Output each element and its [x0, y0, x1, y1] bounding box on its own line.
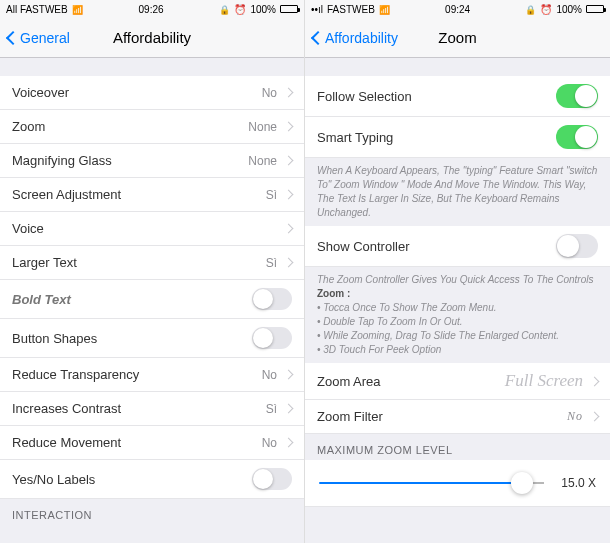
row-voice[interactable]: Voice: [0, 212, 304, 246]
row-show-controller[interactable]: Show Controller: [305, 226, 610, 267]
row-screen-adjustment[interactable]: Screen Adjustment Sì: [0, 178, 304, 212]
chevron-right-icon: [590, 376, 600, 386]
row-follow-selection[interactable]: Follow Selection: [305, 76, 610, 117]
chevron-right-icon: [284, 370, 294, 380]
nav-bar: Affordability Zoom: [305, 18, 610, 58]
row-value: None: [248, 120, 277, 134]
row-label: Voice: [12, 221, 281, 236]
row-label: Button Shapes: [12, 331, 252, 346]
toggle-smart-typing[interactable]: [556, 125, 598, 149]
back-button[interactable]: Affordability: [313, 30, 398, 46]
row-label: Smart Typing: [317, 130, 556, 145]
hint-lead: The Zoom Controller Gives You Quick Acce…: [317, 273, 598, 287]
row-label: Bold Text: [12, 292, 252, 307]
battery-icon: [280, 5, 298, 13]
chevron-right-icon: [284, 438, 294, 448]
row-label: Reduce Transparency: [12, 367, 262, 382]
section-header-interaction: INTERACTION: [0, 499, 304, 525]
status-bar: All FASTWEB 09:26 ⏰ 100%: [0, 0, 304, 18]
row-label: Zoom: [12, 119, 248, 134]
row-label: Larger Text: [12, 255, 266, 270]
back-label: General: [20, 30, 70, 46]
alarm-icon: ⏰: [234, 4, 246, 15]
chevron-right-icon: [284, 88, 294, 98]
lock-icon: [525, 4, 536, 15]
chevron-right-icon: [284, 122, 294, 132]
row-smart-typing[interactable]: Smart Typing: [305, 117, 610, 158]
row-larger-text[interactable]: Larger Text Sì: [0, 246, 304, 280]
controller-hint: The Zoom Controller Gives You Quick Acce…: [305, 267, 610, 363]
row-voiceover[interactable]: Voiceover No: [0, 76, 304, 110]
row-max-zoom-slider[interactable]: 15.0 X: [305, 460, 610, 507]
settings-list: Follow Selection Smart Typing When A Key…: [305, 58, 610, 543]
toggle-show-controller[interactable]: [556, 234, 598, 258]
row-label: Magnifying Glass: [12, 153, 248, 168]
lock-icon: [219, 4, 230, 15]
page-title: Zoom: [438, 29, 476, 46]
chevron-right-icon: [284, 156, 294, 166]
chevron-right-icon: [590, 412, 600, 422]
wifi-icon: [379, 4, 390, 15]
row-value: Full Screen: [505, 371, 583, 391]
toggle-yes-no-labels[interactable]: [252, 468, 292, 490]
status-bar: ••ıl FASTWEB 09:24 ⏰ 100%: [305, 0, 610, 18]
slider-value: 15.0 X: [552, 476, 596, 490]
row-reduce-transparency[interactable]: Reduce Transparency No: [0, 358, 304, 392]
section-header-max-zoom: MAXIMUM ZOOM LEVEL: [305, 434, 610, 460]
carrier-label: FASTWEB: [327, 4, 375, 15]
chevron-left-icon: [6, 30, 20, 44]
hint-bullet: • Double Tap To Zoom In Or Out.: [317, 315, 598, 329]
chevron-right-icon: [284, 224, 294, 234]
battery-pct: 100%: [556, 4, 582, 15]
carrier-label: All FASTWEB: [6, 4, 68, 15]
hint-bullet: • While Zooming, Drag To Slide The Enlar…: [317, 329, 598, 343]
toggle-follow-selection[interactable]: [556, 84, 598, 108]
row-zoom-area[interactable]: Zoom Area Full Screen: [305, 363, 610, 400]
row-bold-text[interactable]: Bold Text: [0, 280, 304, 319]
row-zoom[interactable]: Zoom None: [0, 110, 304, 144]
chevron-left-icon: [311, 30, 325, 44]
toggle-button-shapes[interactable]: [252, 327, 292, 349]
row-zoom-filter[interactable]: Zoom Filter No: [305, 400, 610, 434]
row-value: Sì: [266, 188, 277, 202]
row-value: None: [248, 154, 277, 168]
back-button[interactable]: General: [8, 30, 70, 46]
back-label: Affordability: [325, 30, 398, 46]
settings-list: Voiceover No Zoom None Magnifying Glass …: [0, 58, 304, 543]
slider-thumb[interactable]: [511, 472, 533, 494]
row-magnifying-glass[interactable]: Magnifying Glass None: [0, 144, 304, 178]
row-label: Yes/No Labels: [12, 472, 252, 487]
chevron-right-icon: [284, 404, 294, 414]
row-label: Follow Selection: [317, 89, 556, 104]
left-screen: All FASTWEB 09:26 ⏰ 100% General Afforda…: [0, 0, 305, 543]
status-time: 09:24: [445, 4, 470, 15]
row-label: Screen Adjustment: [12, 187, 266, 202]
row-value: No: [567, 409, 583, 424]
smart-typing-hint: When A Keyboard Appears, The "typing" Fe…: [305, 158, 610, 226]
row-yes-no-labels[interactable]: Yes/No Labels: [0, 460, 304, 499]
row-reduce-movement[interactable]: Reduce Movement No: [0, 426, 304, 460]
row-value: Sì: [266, 402, 277, 416]
toggle-bold-text[interactable]: [252, 288, 292, 310]
row-value: No: [262, 368, 277, 382]
chevron-right-icon: [284, 190, 294, 200]
hint-title: Zoom :: [317, 287, 598, 301]
row-label: Show Controller: [317, 239, 556, 254]
status-time: 09:26: [139, 4, 164, 15]
row-value: Sì: [266, 256, 277, 270]
row-label: Increases Contrast: [12, 401, 266, 416]
row-label: Zoom Filter: [317, 409, 567, 424]
slider-track[interactable]: [319, 482, 544, 484]
row-label: Reduce Movement: [12, 435, 262, 450]
nav-bar: General Affordability: [0, 18, 304, 58]
alarm-icon: ⏰: [540, 4, 552, 15]
page-title: Affordability: [113, 29, 191, 46]
row-button-shapes[interactable]: Button Shapes: [0, 319, 304, 358]
hint-bullet: • Tocca Once To Show The Zoom Menu.: [317, 301, 598, 315]
battery-pct: 100%: [250, 4, 276, 15]
wifi-icon: [72, 4, 83, 15]
row-increases-contrast[interactable]: Increases Contrast Sì: [0, 392, 304, 426]
hint-bullet: • 3D Touch For Peek Option: [317, 343, 598, 357]
row-value: No: [262, 86, 277, 100]
row-label: Zoom Area: [317, 374, 505, 389]
